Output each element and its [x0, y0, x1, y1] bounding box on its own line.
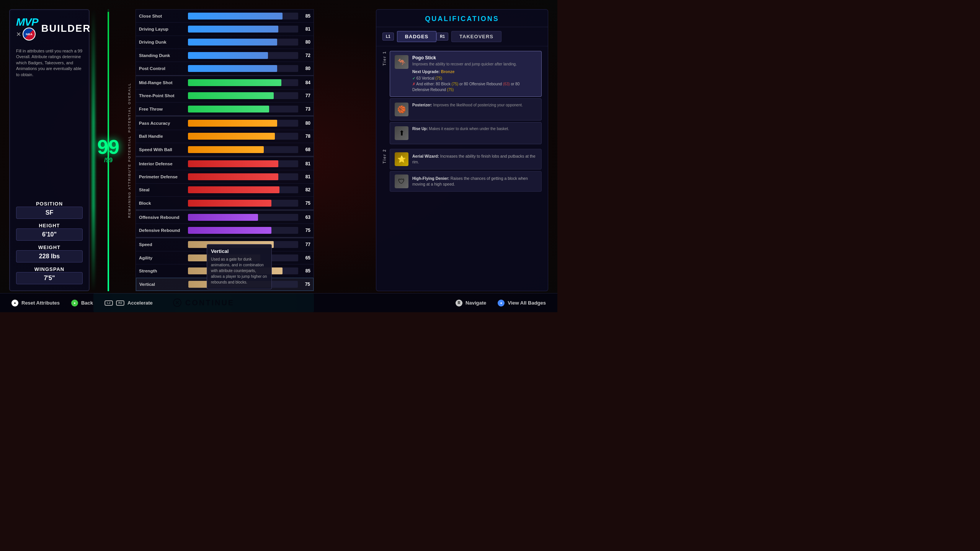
tier1-section: Tier 1 🦘 Pogo Stick Improves the ability… [382, 51, 542, 144]
accelerate-btn[interactable]: L2 R2 Accelerate [105, 300, 153, 306]
attr-name-6: Three-Point Shot [139, 93, 185, 98]
badge-upgrade-req: ✓ 63 Vertical (75) ✗ And either: 80 Bloc… [412, 75, 537, 93]
attr-row[interactable]: Post Control 80 [136, 62, 314, 75]
attr-row[interactable]: Defensive Rebound 75 [136, 224, 314, 237]
badges-tab[interactable]: BADGES [397, 31, 437, 42]
posterizer-badge: 🏀 Posterizer: Improves the likelihood of… [390, 98, 542, 121]
attr-bar-4 [188, 65, 298, 72]
back-label: Back [81, 300, 93, 306]
tabs-row: L1 BADGES R1 TAKEOVERS [376, 27, 548, 46]
attr-value-5: 84 [301, 80, 310, 85]
attr-row[interactable]: Steal 82 [136, 184, 314, 197]
attr-fill-6 [188, 92, 274, 99]
attr-row[interactable]: Free Throw 73 [136, 103, 314, 116]
attr-fill-16 [188, 227, 271, 234]
attr-fill-2 [188, 39, 277, 46]
height-value: 6'10" [16, 228, 83, 241]
reset-icon: ● [11, 300, 18, 306]
attr-bar-1 [188, 26, 298, 33]
view-all-badges-btn[interactable]: ● View All Badges [498, 300, 546, 306]
attr-row[interactable]: Mid-Range Shot 84 [136, 76, 314, 89]
nba-logo: NBA [23, 28, 36, 41]
tier1-badges: 🦘 Pogo Stick Improves the ability to rec… [390, 51, 542, 144]
attr-value-10: 68 [301, 147, 310, 152]
height-label: HEIGHT [16, 223, 83, 228]
attr-fill-10 [188, 146, 264, 153]
bottom-right-btns: R Navigate ● View All Badges [456, 300, 546, 306]
rise-up-desc: Rise Up: Makes it easier to dunk when un… [412, 126, 537, 132]
attr-row[interactable]: Speed With Ball 68 [136, 143, 314, 156]
attr-name-4: Post Control [139, 66, 185, 71]
attr-name-19: Strength [139, 269, 185, 273]
attr-fill-4 [188, 65, 277, 72]
navigate-btn[interactable]: R Navigate [456, 300, 486, 306]
attr-value-11: 81 [301, 161, 310, 166]
attr-name-20: Vertical [139, 282, 185, 287]
attr-name-12: Perimeter Defense [139, 174, 185, 179]
attr-bar-11 [188, 160, 298, 167]
attr-value-3: 72 [301, 53, 310, 58]
attr-row[interactable]: Pass Accuracy 80 [136, 117, 314, 130]
attr-name-14: Block [139, 201, 185, 205]
attr-bar-15 [188, 214, 298, 221]
tier2-badges: ⭐ Aerial Wizard: Increases the ability t… [390, 149, 542, 192]
attr-bar-2 [188, 39, 298, 46]
attr-row[interactable]: Driving Dunk 80 [136, 36, 314, 49]
wingspan-value: 7'5" [16, 272, 83, 284]
vertical-labels: POTENTIAL OVERALL REMAINING ATTRIBUTE PO… [123, 9, 136, 291]
back-icon: ● [71, 300, 78, 306]
attr-value-2: 80 [301, 39, 310, 45]
reset-btn[interactable]: ● Reset Attributes [11, 300, 60, 306]
attr-value-1: 81 [301, 26, 310, 32]
attr-name-3: Standing Dunk [139, 53, 185, 58]
attr-fill-12 [188, 173, 278, 180]
attr-row[interactable]: Close Shot 85 [136, 10, 314, 23]
attr-bar-13 [188, 186, 298, 193]
view-all-icon: ● [498, 300, 505, 306]
l2-bumper: L2 [105, 300, 113, 306]
attr-name-8: Pass Accuracy [139, 121, 185, 126]
posterizer-desc: Posterizer: Improves the likelihood of p… [412, 103, 537, 108]
posterizer-text: Posterizer: Improves the likelihood of p… [412, 103, 537, 108]
attr-value-20: 75 [301, 282, 310, 287]
tier2-label: Tier 2 [382, 149, 387, 164]
attr-row[interactable]: Ball Handle 78 [136, 130, 314, 143]
pogo-stick-desc: Improves the ability to recover and jump… [412, 62, 537, 67]
attr-row[interactable]: Block 75 [136, 197, 314, 210]
pogo-stick-icon: 🦘 [395, 55, 408, 69]
attr-name-9: Ball Handle [139, 134, 185, 139]
attr-name-2: Driving Dunk [139, 40, 185, 44]
overall-container: 99 /99 POTENTIAL OVERALL REMAINING ATTRI… [93, 9, 314, 291]
attr-name-11: Interior Defense [139, 161, 185, 166]
tier2-section: Tier 2 ⭐ Aerial Wizard: Increases the ab… [382, 149, 542, 192]
attr-fill-0 [188, 13, 283, 20]
attr-value-15: 63 [301, 215, 310, 220]
aerial-wizard-text: Aerial Wizard: Increases the ability to … [412, 153, 537, 165]
attr-bar-0 [188, 13, 298, 20]
view-all-label: View All Badges [508, 300, 546, 306]
r1-tab-controller[interactable]: R1 [436, 33, 448, 41]
attr-row[interactable]: Offensive Rebound 63 [136, 211, 314, 224]
attr-name-7: Free Throw [139, 107, 185, 111]
bottom-bar: ● Reset Attributes ● Back L2 R2 Accelera… [0, 293, 557, 312]
attr-row[interactable]: Three-Point Shot 77 [136, 90, 314, 103]
qualifications-title: QUALIFICATIONS [376, 10, 548, 27]
position-block: POSITION SF [16, 201, 83, 219]
attr-row[interactable]: Perimeter Defense 81 [136, 170, 314, 183]
attr-fill-14 [188, 200, 271, 207]
attr-row[interactable]: Standing Dunk 72 [136, 49, 314, 62]
attr-value-16: 75 [301, 228, 310, 233]
attr-fill-8 [188, 120, 277, 127]
l1-tab-controller[interactable]: L1 [382, 33, 394, 41]
takeovers-tab[interactable]: TAKEOVERS [451, 31, 501, 42]
attr-row[interactable]: Driving Layup 81 [136, 23, 314, 36]
attr-name-10: Speed With Ball [139, 147, 185, 152]
attr-row[interactable]: Interior Defense 81 [136, 157, 314, 170]
back-btn[interactable]: ● Back [71, 300, 93, 306]
overall-number: 99 [97, 137, 119, 157]
high-flying-icon: 🛡 [395, 174, 408, 188]
potential-label: POTENTIAL OVERALL [127, 83, 131, 132]
attr-bar-14 [188, 200, 298, 207]
posterizer-icon: 🏀 [395, 103, 408, 116]
tooltip-box: Vertical Used as a gate for dunk animati… [207, 244, 272, 289]
